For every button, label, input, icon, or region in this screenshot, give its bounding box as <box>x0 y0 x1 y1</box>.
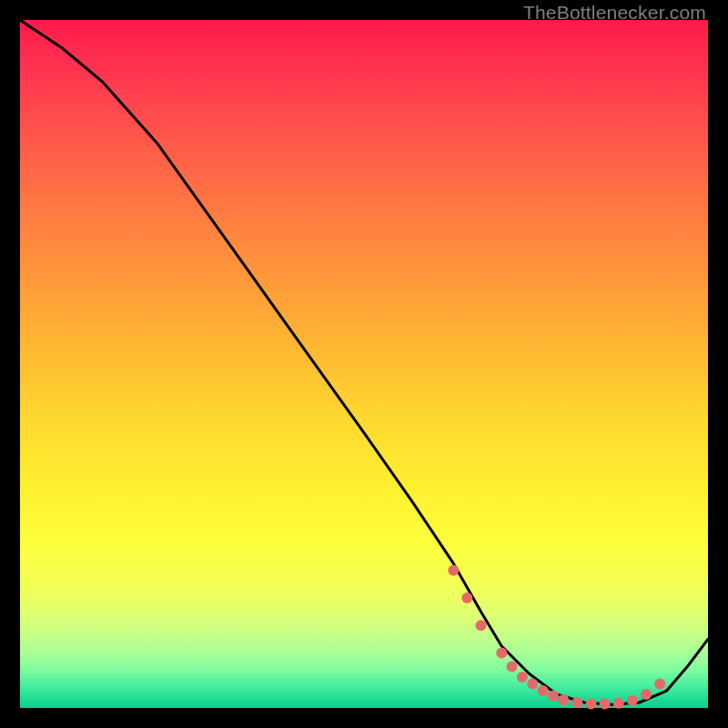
highlight-dot <box>476 620 487 631</box>
highlight-dot <box>548 690 559 701</box>
highlight-dot <box>527 679 538 690</box>
gradient-plot-area <box>20 20 708 708</box>
highlight-dot <box>507 662 518 672</box>
highlight-dot <box>600 699 611 710</box>
watermark-text: TheBottlenecker.com <box>523 2 706 24</box>
highlight-dots-group <box>448 565 665 710</box>
highlight-dot <box>448 565 459 576</box>
highlight-dot <box>627 695 638 706</box>
bottleneck-curve <box>20 20 708 704</box>
highlight-dot <box>641 689 652 700</box>
highlight-dot <box>558 694 569 705</box>
chart-stage: TheBottlenecker.com <box>0 0 728 728</box>
highlight-dot <box>613 698 624 709</box>
highlight-dot <box>496 648 507 659</box>
highlight-dot <box>654 679 665 690</box>
highlight-dot <box>461 592 472 603</box>
highlight-dot <box>517 672 528 682</box>
highlight-dot <box>586 699 597 710</box>
highlight-dot <box>538 685 549 696</box>
curve-svg <box>20 20 708 708</box>
highlight-dot <box>571 697 582 708</box>
